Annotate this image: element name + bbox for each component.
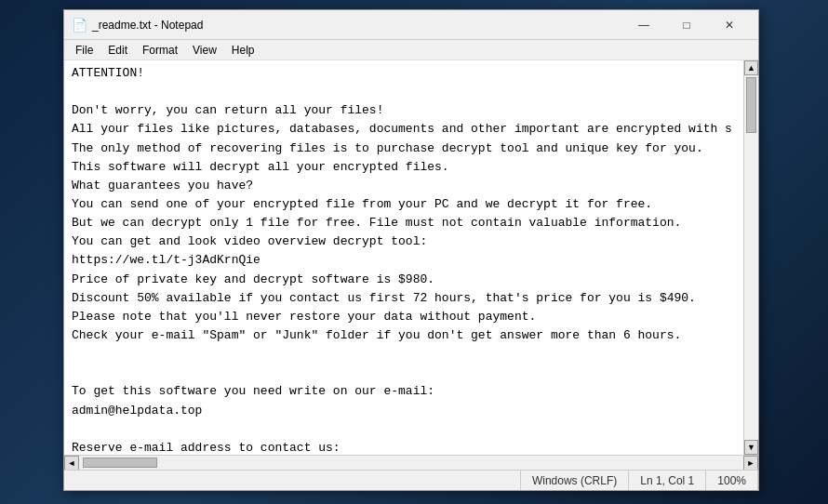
status-encoding: Windows (CRLF) (521, 471, 629, 490)
menu-help[interactable]: Help (224, 42, 262, 59)
content-area: ATTENTION! Don't worry, you can return a… (64, 60, 758, 455)
scroll-track-horizontal (79, 456, 743, 470)
menu-edit[interactable]: Edit (100, 42, 135, 59)
window-title: _readme.txt - Notepad (92, 19, 622, 32)
app-icon: 📄 (72, 18, 87, 33)
window-controls: — □ ✕ (622, 10, 751, 40)
maximize-button[interactable]: □ (665, 10, 708, 40)
scroll-down-button[interactable]: ▼ (744, 440, 758, 455)
menu-view[interactable]: View (185, 42, 224, 59)
text-editor[interactable]: ATTENTION! Don't worry, you can return a… (64, 60, 743, 455)
scroll-thumb-vertical[interactable] (746, 77, 756, 133)
minimize-button[interactable]: — (622, 10, 665, 40)
scroll-up-button[interactable]: ▲ (744, 60, 758, 75)
status-bar: Windows (CRLF) Ln 1, Col 1 100% (64, 470, 758, 490)
title-bar: 📄 _readme.txt - Notepad — □ ✕ (64, 10, 758, 40)
menu-format[interactable]: Format (135, 42, 185, 59)
status-zoom: 100% (706, 471, 758, 490)
menu-file[interactable]: File (68, 42, 100, 59)
menu-bar: File Edit Format View Help (64, 40, 758, 60)
status-empty (64, 471, 521, 490)
vertical-scrollbar[interactable]: ▲ ▼ (743, 60, 758, 455)
horizontal-scrollbar[interactable]: ◄ ► (64, 455, 758, 470)
status-position: Ln 1, Col 1 (629, 471, 706, 490)
close-button[interactable]: ✕ (708, 10, 751, 40)
notepad-window: 📄 _readme.txt - Notepad — □ ✕ File Edit … (63, 9, 759, 491)
scroll-left-button[interactable]: ◄ (64, 456, 79, 471)
scroll-thumb-horizontal[interactable] (83, 458, 157, 468)
scroll-right-button[interactable]: ► (743, 456, 758, 471)
scroll-track-vertical (744, 75, 758, 440)
